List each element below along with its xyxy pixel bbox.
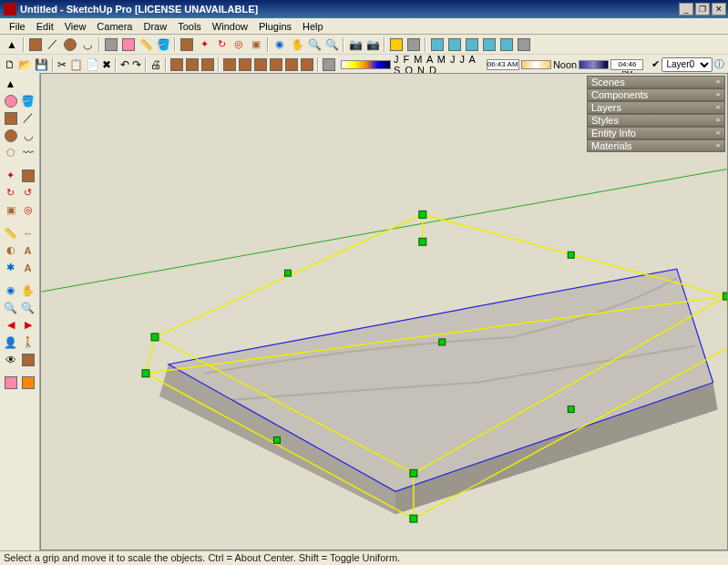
shadow-toggle-icon[interactable]: [322, 56, 336, 73]
menu-tools[interactable]: Tools: [172, 19, 207, 34]
freehand-icon[interactable]: 〰: [19, 144, 36, 161]
menu-camera[interactable]: Camera: [91, 19, 138, 34]
delete-icon[interactable]: ✖: [101, 56, 112, 73]
followme-icon[interactable]: ↺: [19, 184, 36, 201]
minimize-button[interactable]: _: [679, 3, 693, 15]
plugin-2-icon[interactable]: [19, 374, 36, 391]
style-hidden-icon[interactable]: [464, 36, 480, 53]
move-icon[interactable]: ✦: [196, 36, 212, 53]
prev-icon[interactable]: ◀: [2, 316, 19, 334]
sandbox-2-icon[interactable]: [238, 56, 252, 73]
redo-icon[interactable]: ↷: [131, 56, 142, 73]
copy-icon[interactable]: 📋: [68, 56, 84, 73]
camera-next-icon[interactable]: 📷: [364, 36, 381, 53]
line-icon[interactable]: ／: [19, 109, 36, 127]
offset-icon[interactable]: ◎: [231, 36, 247, 53]
sandbox-1-icon[interactable]: [222, 56, 237, 73]
month-slider[interactable]: [341, 60, 391, 69]
cut-icon[interactable]: ✂: [56, 56, 67, 73]
sandbox-6-icon[interactable]: [300, 56, 314, 73]
close-icon[interactable]: ×: [713, 103, 723, 112]
panel-layers[interactable]: Layers×: [587, 101, 725, 114]
sandbox-3-icon[interactable]: [253, 56, 268, 73]
pm-slider[interactable]: [579, 60, 609, 69]
arc-icon[interactable]: ◡: [19, 127, 36, 144]
circle-icon[interactable]: [2, 127, 19, 144]
camera-prev-icon[interactable]: 📷: [347, 36, 364, 53]
close-button[interactable]: ✕: [712, 3, 726, 15]
pushpull-icon[interactable]: [19, 167, 36, 184]
next-icon[interactable]: ▶: [19, 316, 36, 334]
scale-icon[interactable]: ▣: [2, 201, 19, 219]
open-icon[interactable]: 📂: [17, 56, 33, 73]
close-icon[interactable]: ×: [713, 128, 723, 138]
select-tool-icon[interactable]: ▲: [4, 36, 20, 53]
text-icon[interactable]: A: [19, 241, 36, 259]
rectangle-icon[interactable]: [2, 109, 19, 127]
tape-icon[interactable]: 📏: [2, 224, 19, 241]
orbit-icon[interactable]: ◉: [2, 282, 19, 299]
undo-icon[interactable]: ↶: [119, 56, 130, 73]
section-cut-icon[interactable]: [200, 56, 215, 73]
style-shaded-icon[interactable]: [481, 36, 497, 53]
move-icon[interactable]: ✦: [2, 167, 19, 184]
eraser-icon[interactable]: [120, 36, 137, 53]
style-xray-icon[interactable]: [429, 36, 446, 53]
panel-components[interactable]: Components×: [587, 88, 725, 101]
zoom-icon[interactable]: 🔍: [306, 36, 323, 53]
polygon-icon[interactable]: ⬠: [2, 144, 19, 161]
menu-file[interactable]: File: [4, 19, 31, 34]
paint-icon[interactable]: 🪣: [155, 36, 171, 53]
new-icon[interactable]: 🗋: [4, 56, 16, 73]
orbit-icon[interactable]: ◉: [272, 36, 288, 53]
panel-scenes[interactable]: Scenes×: [587, 76, 725, 88]
panel-materials[interactable]: Materials×: [587, 139, 725, 152]
maximize-button[interactable]: ❐: [695, 3, 710, 15]
menu-plugins[interactable]: Plugins: [253, 19, 297, 34]
menu-help[interactable]: Help: [297, 19, 329, 34]
save-icon[interactable]: 💾: [34, 56, 49, 73]
select-icon[interactable]: ▲: [2, 75, 19, 92]
rotate-icon[interactable]: ↻: [213, 36, 230, 53]
dimension-icon[interactable]: ↔: [19, 224, 36, 241]
print-icon[interactable]: 🖨: [149, 56, 162, 73]
style-textured-icon[interactable]: [498, 36, 515, 53]
zoom-icon[interactable]: 🔍: [2, 299, 19, 316]
paste-icon[interactable]: 📄: [85, 56, 100, 73]
walk-icon[interactable]: 🚶: [19, 334, 36, 351]
paint-bucket-icon[interactable]: 🪣: [19, 92, 36, 109]
layer-visible-icon[interactable]: ✔: [651, 58, 660, 70]
sandbox-4-icon[interactable]: [269, 56, 283, 73]
shadows-icon[interactable]: [405, 36, 422, 53]
menu-draw[interactable]: Draw: [138, 19, 172, 34]
pan-icon[interactable]: ✋: [19, 282, 36, 299]
viewport-3d[interactable]: Scenes× Components× Layers× Styles× Enti…: [40, 73, 728, 550]
panel-styles[interactable]: Styles×: [587, 114, 725, 127]
tape-icon[interactable]: 📏: [138, 36, 154, 53]
model-info-icon[interactable]: [388, 36, 405, 53]
menu-edit[interactable]: Edit: [31, 19, 59, 34]
zoom-extents-icon[interactable]: 🔍: [323, 36, 340, 53]
sandbox-5-icon[interactable]: [284, 56, 299, 73]
close-icon[interactable]: ×: [713, 116, 723, 125]
noon-slider[interactable]: [521, 60, 551, 69]
circle-icon[interactable]: [62, 36, 78, 53]
style-wire-icon[interactable]: [446, 36, 463, 53]
layer-info-icon[interactable]: ⓘ: [714, 57, 724, 71]
time-am[interactable]: 06:43 AM: [487, 59, 519, 70]
close-icon[interactable]: ×: [713, 90, 723, 99]
rectangle-icon[interactable]: [27, 36, 44, 53]
offset-icon[interactable]: ◎: [19, 201, 36, 219]
arc-icon[interactable]: ◡: [79, 36, 96, 53]
look-icon[interactable]: 👁: [2, 351, 19, 368]
rotate-icon[interactable]: ↻: [2, 184, 19, 201]
make-component-icon[interactable]: [103, 36, 119, 53]
time-pm[interactable]: 04:46 PM: [610, 59, 643, 70]
axes-icon[interactable]: ✱: [2, 259, 19, 276]
position-camera-icon[interactable]: 👤: [2, 334, 19, 351]
section-icon[interactable]: [169, 56, 184, 73]
close-icon[interactable]: ×: [713, 77, 723, 87]
menu-view[interactable]: View: [59, 19, 92, 34]
section-plane-icon[interactable]: [19, 351, 36, 368]
eraser-icon[interactable]: [2, 92, 19, 109]
